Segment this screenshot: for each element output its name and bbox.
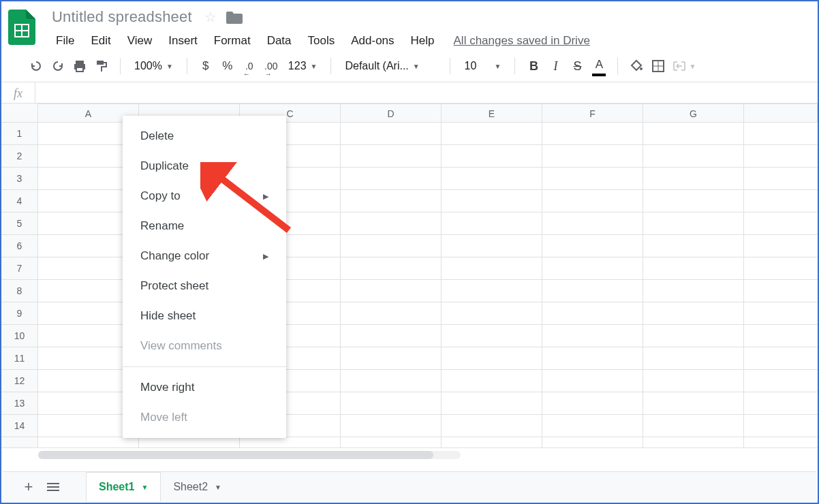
cell[interactable] [542, 437, 643, 448]
star-icon[interactable]: ☆ [204, 9, 217, 25]
cell[interactable] [542, 123, 643, 145]
menu-tools[interactable]: Tools [301, 31, 342, 50]
menu-help[interactable]: Help [404, 31, 442, 50]
cell[interactable] [643, 280, 744, 302]
cell[interactable] [38, 437, 139, 448]
row-header[interactable]: 2 [1, 145, 38, 168]
cell[interactable] [341, 392, 442, 415]
all-sheets-button[interactable] [41, 475, 65, 499]
column-header[interactable]: E [442, 104, 542, 123]
menu-edit[interactable]: Edit [84, 31, 117, 50]
row-header[interactable]: 4 [1, 190, 38, 212]
cell[interactable] [643, 392, 744, 415]
cell[interactable] [744, 280, 818, 302]
folder-icon[interactable] [226, 10, 243, 24]
row-header[interactable]: 13 [1, 392, 38, 415]
cell[interactable] [341, 145, 442, 168]
menu-view[interactable]: View [121, 31, 159, 50]
row-header[interactable] [1, 437, 38, 448]
cell[interactable] [744, 123, 818, 145]
bold-button[interactable]: B [523, 56, 544, 76]
add-sheet-button[interactable]: + [16, 475, 41, 499]
cell[interactable] [744, 212, 818, 235]
menu-insert[interactable]: Insert [161, 31, 204, 50]
cell[interactable] [341, 257, 442, 280]
row-header[interactable]: 1 [1, 123, 38, 145]
cell[interactable] [542, 415, 643, 437]
redo-icon[interactable] [48, 56, 68, 76]
cell[interactable] [643, 437, 744, 448]
cell[interactable] [643, 325, 744, 347]
cell[interactable] [341, 415, 442, 437]
column-header[interactable]: D [341, 104, 442, 123]
cell[interactable] [643, 347, 744, 370]
cell[interactable] [643, 123, 744, 145]
cell[interactable] [744, 235, 818, 257]
column-header[interactable]: G [643, 104, 744, 123]
merge-cells-button[interactable]: ▼ [670, 56, 698, 76]
cell[interactable] [442, 392, 542, 415]
cell[interactable] [744, 302, 818, 325]
strikethrough-button[interactable]: S [567, 56, 587, 76]
font-size-selector[interactable]: 10▼ [459, 60, 506, 72]
cell[interactable] [442, 280, 542, 302]
cell[interactable] [542, 392, 643, 415]
row-header[interactable]: 6 [1, 235, 38, 257]
ctx-hide-sheet[interactable]: Hide sheet [123, 301, 286, 331]
cell[interactable] [139, 437, 240, 448]
column-header[interactable] [744, 104, 818, 123]
cell[interactable] [442, 123, 542, 145]
cell[interactable] [542, 325, 643, 347]
row-header[interactable]: 14 [1, 415, 38, 437]
sheet-tab-sheet2[interactable]: Sheet2 ▼ [161, 472, 234, 502]
undo-icon[interactable] [26, 56, 46, 76]
cell[interactable] [542, 280, 643, 302]
cell[interactable] [442, 235, 542, 257]
cell[interactable] [341, 190, 442, 212]
text-color-button[interactable]: A [589, 56, 609, 76]
sheets-logo[interactable] [7, 7, 37, 48]
menu-file[interactable]: File [49, 31, 81, 50]
cell[interactable] [341, 280, 442, 302]
ctx-copy-to[interactable]: Copy to▶ [123, 181, 286, 211]
cell[interactable] [442, 257, 542, 280]
cell[interactable] [542, 257, 643, 280]
cell[interactable] [643, 370, 744, 392]
decrease-decimal-button[interactable]: .0← [239, 56, 260, 76]
currency-button[interactable]: $ [196, 56, 216, 76]
cell[interactable] [442, 190, 542, 212]
cell[interactable] [542, 302, 643, 325]
cell[interactable] [643, 302, 744, 325]
italic-button[interactable]: I [545, 56, 566, 76]
cell[interactable] [442, 325, 542, 347]
cell[interactable] [744, 168, 818, 190]
cell[interactable] [643, 212, 744, 235]
print-icon[interactable] [69, 56, 90, 76]
cell[interactable] [442, 145, 542, 168]
cell[interactable] [744, 347, 818, 370]
cell[interactable] [542, 190, 643, 212]
cell[interactable] [643, 190, 744, 212]
ctx-protect-sheet[interactable]: Protect sheet [123, 271, 286, 301]
cell[interactable] [442, 347, 542, 370]
cell[interactable] [442, 437, 542, 448]
ctx-change-color[interactable]: Change color▶ [123, 241, 286, 271]
cell[interactable] [341, 437, 442, 448]
row-header[interactable]: 9 [1, 302, 38, 325]
save-status[interactable]: All changes saved in Drive [454, 31, 590, 50]
cell[interactable] [542, 145, 643, 168]
menu-format[interactable]: Format [207, 31, 258, 50]
cell[interactable] [744, 437, 818, 448]
cell[interactable] [643, 145, 744, 168]
cell[interactable] [744, 370, 818, 392]
cell[interactable] [442, 302, 542, 325]
row-header[interactable]: 10 [1, 325, 38, 347]
cell[interactable] [542, 235, 643, 257]
cell[interactable] [442, 168, 542, 190]
cell[interactable] [643, 168, 744, 190]
cell[interactable] [744, 190, 818, 212]
ctx-move-right[interactable]: Move right [123, 373, 286, 403]
column-header[interactable]: F [542, 104, 643, 123]
sheet-tab-sheet1[interactable]: Sheet1 ▼ [86, 472, 161, 502]
fill-color-button[interactable] [626, 56, 647, 76]
